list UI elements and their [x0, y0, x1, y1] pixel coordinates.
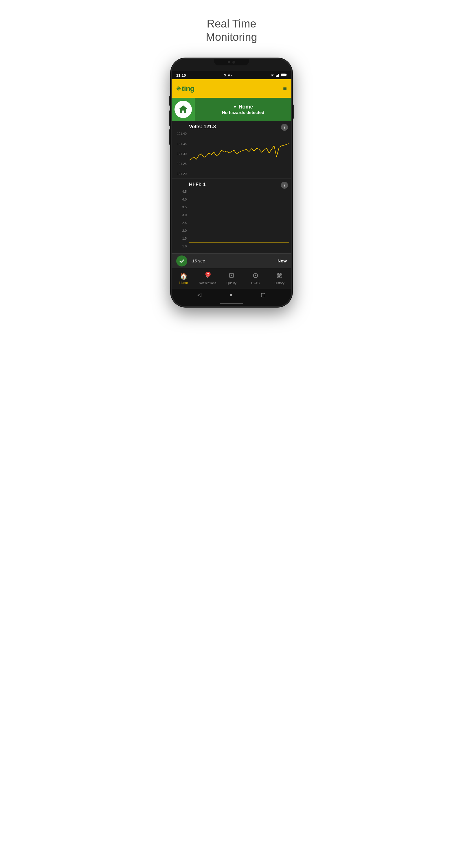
hifi-y-2.5: 2.5 [173, 221, 187, 224]
volts-chart-svg [189, 131, 289, 176]
svg-rect-21 [280, 275, 281, 276]
svg-rect-4 [286, 74, 287, 75]
hvac-nav-label: HVAC [251, 281, 260, 285]
phone-device: 11:10 ⚙ ✱ ▪ [171, 58, 292, 307]
android-nav-bar: ◁ ● ▢ [172, 289, 291, 301]
volts-y-labels: 121.40 121.35 121.30 121.25 121.20 [172, 131, 188, 176]
hifi-chart-svg [189, 189, 289, 249]
home-nav-icon: 🏠 [180, 273, 187, 280]
phone-bottom-bar [172, 301, 291, 306]
hifi-chart-container: 4.5 4.0 3.5 3.0 2.5 2.0 1.5 1.0 [172, 189, 291, 249]
hifi-y-3.5: 3.5 [173, 206, 187, 209]
svg-rect-20 [279, 275, 280, 276]
nav-item-home[interactable]: 🏠 Home [172, 273, 196, 284]
ting-logo: ✳ ting [176, 84, 194, 93]
svg-rect-8 [230, 275, 233, 276]
house-icon [178, 104, 188, 115]
home-icon-inner [175, 101, 192, 118]
svg-rect-6 [207, 277, 208, 278]
home-button[interactable]: ● [229, 292, 233, 298]
quality-nav-label: Quality [226, 281, 237, 285]
notifications-badge: 2 [206, 272, 211, 277]
y-label-2: 121.25 [173, 162, 187, 165]
time-check-icon [176, 255, 187, 267]
page-title: Real Time Monitoring [206, 18, 257, 44]
sim-icon: ▪ [231, 73, 233, 77]
svg-rect-22 [278, 276, 279, 277]
volts-chart-container: 121.40 121.35 121.30 121.25 121.20 [172, 131, 291, 176]
hifi-y-labels: 4.5 4.0 3.5 3.0 2.5 2.0 1.5 1.0 [172, 189, 188, 249]
time-now-label: Now [278, 258, 287, 263]
signal-icon [276, 73, 280, 77]
home-location[interactable]: ▼ Home [233, 104, 253, 110]
nav-item-hvac[interactable]: HVAC [243, 272, 267, 285]
home-status-text: No hazards detected [222, 110, 265, 115]
notifications-nav-label: Notifications [199, 281, 216, 285]
y-label-5: 121.40 [173, 132, 187, 135]
settings-icon: ⚙ [223, 73, 226, 77]
volts-info-button[interactable]: i [281, 124, 288, 131]
phone-top-bar [172, 59, 291, 71]
history-nav-icon [276, 272, 283, 280]
nav-item-notifications[interactable]: 2 Notifications [196, 272, 220, 285]
time-label: -15 sec [191, 258, 274, 263]
hifi-chart-section: i Hi-Fi: 1 4.5 4.0 3.5 3.0 2.5 2.0 1.5 1… [172, 179, 291, 251]
hifi-y-4.0: 4.0 [173, 197, 187, 201]
bottom-nav: 🏠 Home 2 Notifications [172, 268, 291, 289]
ting-star: ✳ [176, 85, 181, 92]
svg-rect-2 [278, 74, 279, 77]
nav-item-history[interactable]: History [267, 272, 291, 285]
svg-rect-1 [277, 75, 278, 77]
home-nav-label: Home [179, 281, 188, 284]
ting-text: ting [182, 84, 194, 93]
svg-rect-23 [279, 276, 280, 277]
hifi-y-2.0: 2.0 [173, 229, 187, 232]
hifi-y-1.0: 1.0 [173, 245, 187, 248]
hifi-y-1.5: 1.5 [173, 237, 187, 240]
wifi-icon [270, 73, 275, 77]
recent-button[interactable]: ▢ [261, 292, 266, 298]
quality-nav-icon [228, 272, 235, 280]
bottom-indicator [220, 303, 243, 304]
home-icon-circle [172, 98, 195, 121]
y-label-1: 121.20 [173, 172, 187, 176]
status-icons-right [270, 73, 287, 77]
home-status-bar: ▼ Home No hazards detected [172, 98, 291, 121]
asterisk-icon: ✱ [227, 73, 230, 77]
hvac-nav-icon [252, 272, 259, 280]
svg-rect-0 [276, 75, 277, 77]
phone-notch [214, 59, 249, 65]
nav-item-quality[interactable]: Quality [220, 272, 244, 285]
volts-chart-title: Volts: 121.3 [172, 124, 291, 131]
app-header: ✳ ting ≡ [172, 79, 291, 98]
power-button [292, 104, 294, 119]
status-bar: 11:10 ⚙ ✱ ▪ [172, 71, 291, 79]
battery-icon [281, 73, 287, 77]
time-bar: -15 sec Now [172, 253, 291, 268]
hifi-chart-title: Hi-Fi: 1 [172, 182, 291, 189]
status-icons-left: ⚙ ✱ ▪ [223, 73, 233, 77]
y-label-3: 121.30 [173, 152, 187, 156]
y-label-4: 121.35 [173, 142, 187, 146]
hifi-info-button[interactable]: i [281, 182, 288, 189]
status-time: 11:10 [176, 73, 186, 78]
svg-rect-3 [281, 74, 286, 76]
home-info: ▼ Home No hazards detected [195, 104, 291, 115]
volts-chart-section: i Volts: 121.3 121.40 121.35 121.30 121.… [172, 121, 291, 179]
charts-area: i Volts: 121.3 121.40 121.35 121.30 121.… [172, 121, 291, 253]
camera-dot-left [228, 61, 230, 63]
history-nav-label: History [274, 281, 284, 285]
hamburger-menu[interactable]: ≡ [283, 85, 287, 92]
svg-point-10 [255, 275, 256, 276]
hifi-y-3.0: 3.0 [173, 213, 187, 217]
back-button[interactable]: ◁ [197, 292, 202, 298]
svg-rect-19 [278, 275, 279, 276]
camera-dot-main [233, 61, 235, 64]
hifi-y-4.5: 4.5 [173, 190, 187, 193]
